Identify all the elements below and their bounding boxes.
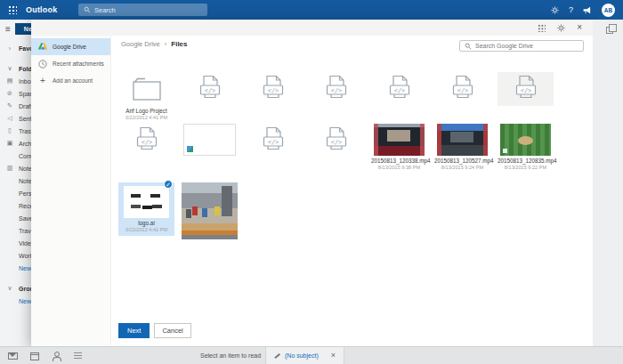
nav-item-sent-items[interactable]: ◁Sent Items: [0, 112, 31, 125]
hamburger-menu-icon[interactable]: ≡: [5, 25, 11, 34]
nav-item-conversation-history[interactable]: Conversation History: [0, 150, 31, 162]
file-tile-code[interactable]: </>: [371, 72, 427, 106]
nav-item-label: Inbox: [19, 78, 31, 85]
nav-item-spam[interactable]: ⊘Spam: [0, 87, 31, 100]
source-recent-attachments[interactable]: Recent attachments: [31, 55, 110, 72]
file-date: 8/13/2015 9:24 PM: [434, 165, 490, 170]
file-tile-code[interactable]: </>: [308, 72, 364, 106]
calendar-icon[interactable]: [30, 352, 39, 360]
nav-item-new-group[interactable]: New group: [0, 295, 31, 307]
file-tile-code[interactable]: </>: [498, 72, 554, 106]
nav-item-label: Folders: [19, 66, 31, 72]
drive-search-input[interactable]: Search Google Drive: [459, 40, 584, 52]
code-file-icon: </>: [513, 75, 539, 103]
dialog-settings-gear-icon[interactable]: [557, 24, 565, 32]
nav-item-label: Personal: [19, 190, 31, 197]
nav-item-saved[interactable]: Saved: [0, 212, 31, 224]
expand-window-icon[interactable]: [606, 27, 613, 34]
file-name: logo.ai: [118, 220, 174, 226]
source-label: Google Drive: [53, 44, 86, 50]
nav-item-videos[interactable]: Videos: [0, 237, 31, 249]
settings-gear-icon[interactable]: [551, 6, 559, 14]
file-tile-street-photo[interactable]: [182, 182, 238, 239]
nav-item-label: Groups: [19, 286, 31, 292]
nav-item-label: Sent Items: [19, 116, 31, 122]
thumbnail-loading-icon: [187, 146, 193, 152]
nav-item-new-folder[interactable]: New folder: [0, 262, 31, 274]
inbox-icon: ▤: [6, 77, 13, 85]
file-tile-arif-logo-project[interactable]: Arif Logo Project3/22/2012 4:41 PM: [118, 72, 174, 120]
file-tile-code[interactable]: </>: [245, 72, 301, 106]
nav-item-trash[interactable]: ▯Trash: [0, 125, 31, 137]
nav-item-notes[interactable]: Notes: [0, 174, 31, 187]
nav-item-archive[interactable]: ▣Archive: [0, 137, 31, 150]
nav-item-label: Work: [19, 253, 31, 259]
file-tile-code[interactable]: </>: [118, 124, 174, 158]
dialog-footer: Next Cancel: [118, 323, 191, 338]
image-thumbnail-logo-sketch: [124, 186, 169, 218]
source-add-an-account[interactable]: +Add an account: [31, 72, 110, 89]
file-icon-area: </>: [245, 72, 301, 106]
compose-tab[interactable]: (No subject) ×: [265, 347, 344, 364]
code-file-icon: </>: [386, 75, 413, 103]
tasks-icon[interactable]: [74, 352, 82, 360]
video-thumbnail-ballfield: [500, 124, 551, 156]
next-button[interactable]: Next: [118, 323, 150, 338]
topbar-actions: ? AB: [551, 4, 615, 17]
compose-tab-close-icon[interactable]: ×: [331, 352, 336, 360]
nav-item-favorites[interactable]: ›Favorites: [0, 42, 31, 54]
file-tile-logo-ai[interactable]: ✓logo.ai3/22/2012 4:41 PM: [118, 182, 174, 236]
compose-tab-label: (No subject): [285, 352, 319, 359]
file-date: 3/22/2012 4:41 PM: [118, 115, 174, 120]
nav-item-label: Conversation History: [19, 153, 31, 159]
file-name: 20150813_120338.mp4: [371, 158, 427, 164]
file-tile-20150813-120835-mp4[interactable]: 20150813_120835.mp48/13/2015 9:22 PM: [498, 124, 554, 170]
screen: Outlook Search ? AB ≡ New ›Favorites∨Fol…: [0, 0, 623, 364]
source-label: Recent attachments: [53, 61, 104, 67]
app-launcher-icon[interactable]: [8, 5, 17, 14]
file-tile-code[interactable]: </>: [182, 72, 238, 106]
file-date: 8/13/2015 9:38 PM: [371, 165, 427, 170]
nav-item-drafts[interactable]: ✎Drafts: [0, 100, 31, 112]
source-google-drive[interactable]: Google Drive: [31, 38, 110, 55]
nav-item-groups[interactable]: ∨Groups: [0, 282, 31, 295]
cancel-button[interactable]: Cancel: [154, 323, 190, 338]
megaphone-icon[interactable]: [583, 6, 592, 14]
drive-search-placeholder: Search Google Drive: [475, 43, 533, 49]
pencil-icon: ✎: [6, 102, 13, 109]
app-title: Outlook: [26, 5, 57, 14]
plus-icon: +: [37, 77, 48, 85]
nav-item-travel[interactable]: Travel: [0, 224, 31, 237]
people-icon[interactable]: [52, 352, 61, 360]
svg-text:</>: </>: [457, 87, 468, 94]
nav-item-label: Archive: [19, 141, 31, 147]
nav-item-personal[interactable]: Personal: [0, 187, 31, 199]
file-tile-code[interactable]: </>: [434, 72, 490, 106]
grid-row: ✓logo.ai3/22/2012 4:41 PM: [118, 182, 584, 239]
file-tile-code[interactable]: </>: [308, 124, 364, 158]
file-icon-area: </>: [308, 72, 364, 106]
nav-item-inbox[interactable]: ▤Inbox: [0, 75, 31, 87]
file-tile-20150813-120527-mp4[interactable]: 20150813_120527.mp48/13/2015 9:24 PM: [434, 124, 490, 170]
new-mail-button[interactable]: New: [15, 23, 31, 35]
svg-text:</>: </>: [204, 87, 215, 94]
nav-item-work[interactable]: Work: [0, 249, 31, 262]
nav-item-notes[interactable]: ▥Notes: [0, 162, 31, 174]
file-tile-loading[interactable]: [182, 124, 238, 156]
breadcrumb-root[interactable]: Google Drive: [121, 40, 160, 48]
nav-item-label: Spam: [19, 91, 31, 97]
nav-item-folders[interactable]: ∨Folders: [0, 62, 31, 75]
mail-icon[interactable]: [8, 352, 18, 360]
svg-text:</>: </>: [141, 139, 152, 146]
send-icon: ◁: [6, 115, 13, 122]
nav-item-receipts[interactable]: Receipts: [0, 199, 31, 212]
view-grid-icon[interactable]: [538, 24, 546, 32]
topbar-search-input[interactable]: Search: [78, 4, 207, 16]
avatar[interactable]: AB: [602, 4, 615, 17]
chevron-down-icon: ∨: [6, 65, 13, 72]
dialog-close-icon[interactable]: ×: [577, 23, 582, 32]
file-tile-20150813-120338-mp4[interactable]: 20150813_120338.mp48/13/2015 9:38 PM: [371, 124, 427, 170]
file-tile-code[interactable]: </>: [245, 124, 301, 158]
help-icon[interactable]: ?: [569, 6, 573, 14]
outlook-sidebar: ≡ New ›Favorites∨Folders▤Inbox⊘Spam✎Draf…: [0, 20, 31, 346]
